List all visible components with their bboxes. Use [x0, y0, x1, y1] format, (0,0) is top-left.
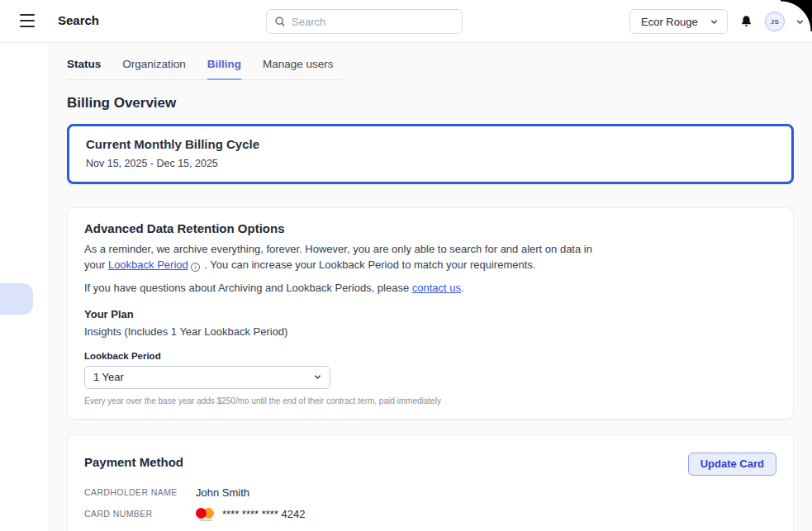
cardholder-name-value: John Smith	[196, 486, 776, 499]
update-card-button[interactable]: Update Card	[688, 453, 776, 476]
retention-title: Advanced Data Retention Options	[84, 221, 776, 235]
search-icon	[274, 16, 286, 27]
notifications-icon[interactable]	[739, 14, 753, 29]
main-content: Status Organization Billing Manage users…	[48, 43, 812, 531]
org-selector[interactable]: Ecor Rouge	[629, 9, 728, 34]
collapsed-sidebar	[0, 43, 48, 531]
tab-billing[interactable]: Billing	[207, 58, 241, 80]
avatar[interactable]: JS	[765, 12, 785, 31]
tab-manage-users[interactable]: Manage users	[263, 58, 334, 80]
page-title: Billing Overview	[67, 95, 794, 111]
header-right-group: Ecor Rouge JS	[629, 9, 804, 34]
global-search	[266, 9, 463, 34]
sidebar-active-item[interactable]	[0, 283, 33, 315]
search-input[interactable]	[292, 16, 454, 28]
lookback-helper-text: Every year over the base year adds $250/…	[84, 396, 776, 405]
retention-p2-text: If you have questions about Archiving an…	[84, 282, 412, 294]
plan-value: Insights (Includes 1 Year Lookback Perio…	[84, 325, 776, 338]
menu-icon[interactable]	[20, 14, 35, 27]
cardholder-name-text: John Smith	[196, 486, 249, 499]
payment-method-card: Payment Method Update Card CARDHOLDER NA…	[67, 434, 794, 531]
chevron-down-icon	[314, 373, 321, 381]
card-number-value: mastercard **** **** **** 4242	[196, 508, 776, 520]
billing-cycle-card: Current Monthly Billing Cycle Nov 15, 20…	[67, 124, 794, 184]
cardholder-name-label: CARDHOLDER NAME	[84, 487, 196, 497]
avatar-chevron-down-icon[interactable]	[796, 18, 804, 26]
retention-p2-text-after: .	[461, 282, 464, 294]
lookback-period-label: Lookback Period	[84, 351, 776, 361]
org-selector-value: Ecor Rouge	[641, 16, 698, 28]
card-number-text: **** **** **** 4242	[222, 508, 305, 520]
payment-details: CARDHOLDER NAME John Smith CARD NUMBER m…	[84, 486, 776, 531]
tab-status[interactable]: Status	[67, 58, 101, 80]
your-plan-label: Your Plan	[84, 308, 776, 320]
billing-cycle-range: Nov 15, 2025 - Dec 15, 2025	[86, 158, 775, 169]
retention-p1-text-after: . You can increase your Lookback Period …	[202, 258, 536, 271]
data-retention-card: Advanced Data Retention Options As a rem…	[67, 207, 794, 420]
payment-method-title: Payment Method	[84, 455, 776, 469]
billing-cycle-title: Current Monthly Billing Cycle	[86, 137, 775, 151]
contact-us-link[interactable]: contact us	[412, 282, 461, 294]
tab-organization[interactable]: Organization	[122, 58, 186, 80]
mastercard-icon: mastercard	[196, 508, 216, 520]
info-icon[interactable]: i	[191, 263, 200, 272]
chevron-down-icon	[710, 18, 718, 26]
retention-paragraph-1: As a reminder, we archive everything, fo…	[84, 242, 613, 273]
top-bar: Search Ecor Rouge JS	[0, 0, 812, 43]
retention-paragraph-2: If you have questions about Archiving an…	[84, 281, 613, 296]
app-title: Search	[58, 13, 99, 27]
avatar-initials: JS	[771, 18, 779, 26]
lookback-period-value: 1 Year	[93, 371, 124, 383]
card-number-label: CARD NUMBER	[84, 509, 196, 519]
billing-tabs: Status Organization Billing Manage users	[67, 56, 342, 80]
lookback-period-select[interactable]: 1 Year	[84, 366, 330, 389]
lookback-period-link[interactable]: Lookback Period	[108, 258, 188, 271]
